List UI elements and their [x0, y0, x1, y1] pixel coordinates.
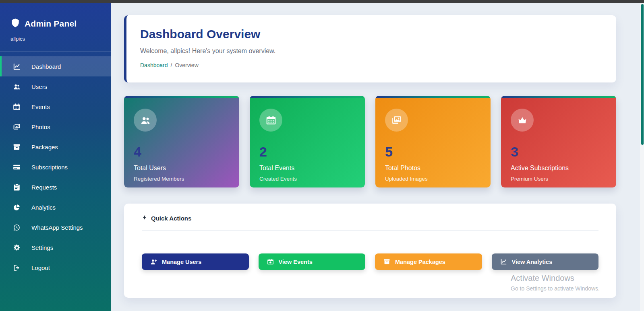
stat-label: Total Photos	[385, 165, 481, 172]
sidebar-item-packages[interactable]: Packages	[0, 137, 111, 157]
box-open-icon	[383, 258, 390, 265]
quick-actions-buttons: Manage Users View Events Manage Packages…	[142, 253, 598, 270]
sidebar-item-subscriptions[interactable]: Subscriptions	[0, 157, 111, 177]
app-title: Admin Panel	[25, 19, 77, 29]
stat-sublabel: Uploaded Images	[385, 176, 481, 182]
stat-value: 5	[385, 145, 481, 159]
stats-row: 4 Total Users Registered Members 2 Total…	[124, 96, 616, 187]
account-name: allpics	[10, 36, 100, 42]
sidebar-item-analytics[interactable]: Analytics	[0, 197, 111, 217]
gear-icon	[12, 244, 21, 251]
chart-line-icon	[12, 63, 21, 70]
quick-actions-divider	[142, 230, 598, 231]
clipboard-icon	[12, 183, 21, 191]
sidebar-item-settings[interactable]: Settings	[0, 237, 111, 257]
box-icon	[12, 143, 21, 151]
sidebar-item-photos[interactable]: Photos	[0, 117, 111, 137]
activate-windows-watermark: Activate Windows Go to Settings to activ…	[511, 274, 600, 292]
calendar-plus-icon	[267, 258, 274, 265]
view-events-button[interactable]: View Events	[259, 253, 366, 270]
shield-icon	[10, 18, 20, 29]
sidebar-item-events[interactable]: Events	[0, 97, 111, 117]
logout-icon	[12, 264, 21, 272]
stat-sublabel: Registered Members	[134, 176, 230, 182]
main-content: Dashboard Overview Welcome, allpics! Her…	[111, 3, 644, 311]
page-title: Dashboard Overview	[140, 27, 603, 41]
scrollbar-track[interactable]	[640, 3, 644, 311]
sidebar: Admin Panel allpics Dashboard Users Even…	[0, 3, 111, 311]
watermark-title: Activate Windows	[511, 274, 600, 283]
crown-icon	[511, 109, 534, 132]
window-top-bar	[0, 0, 644, 3]
chart-line-icon	[500, 258, 507, 265]
manage-users-button[interactable]: Manage Users	[142, 253, 249, 270]
images-icon	[12, 123, 21, 131]
manage-packages-button[interactable]: Manage Packages	[375, 253, 482, 270]
breadcrumb: Dashboard / Overview	[140, 62, 603, 68]
page-header-card: Dashboard Overview Welcome, allpics! Her…	[124, 15, 616, 82]
stat-label: Total Users	[134, 165, 230, 172]
stat-value: 4	[134, 145, 230, 159]
stat-sublabel: Created Events	[259, 176, 355, 182]
sidebar-item-whatsapp-settings[interactable]: WhatsApp Settings	[0, 217, 111, 237]
stat-value: 3	[511, 145, 607, 159]
brand: Admin Panel allpics	[0, 3, 111, 42]
calendar-icon	[259, 109, 282, 132]
stat-value: 2	[259, 145, 355, 159]
stat-card-total-events: 2 Total Events Created Events	[250, 96, 365, 187]
stat-label: Total Events	[259, 165, 355, 172]
images-icon	[385, 109, 408, 132]
pie-chart-icon	[12, 204, 21, 211]
stat-card-total-photos: 5 Total Photos Uploaded Images	[375, 96, 491, 187]
bolt-icon	[142, 214, 148, 222]
stat-card-active-subscriptions: 3 Active Subscriptions Premium Users	[501, 96, 616, 187]
watermark-subtitle: Go to Settings to activate Windows.	[511, 285, 600, 292]
calendar-icon	[12, 103, 21, 111]
breadcrumb-dashboard-link[interactable]: Dashboard	[140, 62, 168, 68]
sidebar-item-dashboard[interactable]: Dashboard	[0, 56, 111, 76]
sidebar-nav: Dashboard Users Events Photos Packages	[0, 56, 111, 278]
scrollbar-thumb[interactable]	[641, 4, 644, 145]
view-analytics-button[interactable]: View Analytics	[492, 253, 599, 270]
quick-actions-title: Quick Actions	[151, 215, 191, 222]
sidebar-item-requests[interactable]: Requests	[0, 177, 111, 197]
sidebar-item-users[interactable]: Users	[0, 76, 111, 97]
stat-card-total-users: 4 Total Users Registered Members	[124, 96, 239, 187]
breadcrumb-separator: /	[171, 62, 172, 68]
welcome-text: Welcome, allpics! Here's your system ove…	[140, 47, 603, 55]
credit-card-icon	[12, 163, 21, 171]
breadcrumb-current: Overview	[175, 62, 198, 68]
whatsapp-icon	[12, 224, 21, 231]
sidebar-divider	[0, 51, 111, 51]
users-icon	[12, 83, 21, 91]
stat-label: Active Subscriptions	[511, 165, 607, 172]
user-plus-icon	[150, 258, 157, 265]
users-icon	[134, 109, 157, 132]
quick-actions-header: Quick Actions	[142, 214, 598, 222]
sidebar-item-logout[interactable]: Logout	[0, 257, 111, 278]
stat-sublabel: Premium Users	[511, 176, 607, 182]
